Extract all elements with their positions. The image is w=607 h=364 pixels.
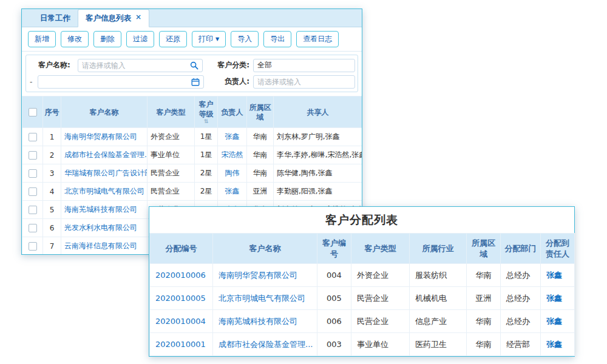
search-icon[interactable] [189,60,200,71]
customer-name-cell: 北京市明城电气有限公司 [61,183,148,201]
customer-name-input[interactable] [78,61,189,70]
customer-type-cell: 事业单位 [351,333,410,356]
allocation-no-cell: 2020010004 [150,310,213,333]
tab-daily-work[interactable]: 日常工作 [33,10,78,27]
toolbar-button-edit[interactable]: 修改 [61,31,89,47]
owner-input[interactable] [254,78,352,86]
calendar-icon[interactable] [190,76,201,87]
customer-type-cell: 外资企业 [148,128,195,146]
industry-cell: 服装纺织 [410,264,467,287]
button-label: 查看日志 [303,34,332,44]
customer-name-link[interactable]: 光发水利水电有限公司 [64,223,137,232]
customer-allocation-panel: 客户分配列表 分配编号 客户名称 客户编号 客户类型 所属行业 所属区域 分配部… [149,206,575,357]
toolbar-button-filter[interactable]: 过滤 [126,31,154,47]
col-customer-name: 客户名称 [213,234,317,264]
dept-cell: 总经办 [501,287,541,310]
customer-table-header-row: 序号 客户名称 客户类型 客户等级 ⇅ 负责人 所属区域 共享人 [22,96,362,128]
customer-name-link[interactable]: 云南海祥信息有限公司 [64,241,137,250]
tab-customer-info-list[interactable]: 客户信息列表 × [78,9,149,27]
col-industry: 所属行业 [410,234,467,264]
customer-name-link[interactable]: 北京市明城电气有限公司 [64,187,144,195]
allocation-table-header-row: 分配编号 客户名称 客户编号 客户类型 所属行业 所属区域 分配部门 分配到责任… [150,234,575,264]
owner-link[interactable]: 张鑫 [225,132,240,141]
col-customer-no: 客户编号 [317,234,351,264]
customer-name-cell: 成都市社会保险基金管理... [61,146,148,164]
customer-name-link[interactable]: 海南明华贸易有限公司 [64,132,137,141]
row-index-cell: 3 [43,164,61,183]
assignee-link[interactable]: 张鑫 [546,340,562,349]
close-icon[interactable]: × [135,13,141,21]
allocation-row: 2020010001成都市社会保险基金管理...003事业单位医药卫生华南经营部… [150,333,575,356]
toolbar-button-import[interactable]: 导入 [231,31,259,47]
customer-name-link[interactable]: 海南芜城科技有限公司 [64,205,137,214]
row-checkbox[interactable] [29,206,37,214]
select-all-checkbox[interactable] [29,108,37,116]
col-shared: 共享人 [274,96,362,128]
toolbar-button-print[interactable]: 打印▼ [192,31,226,47]
owner-link[interactable]: 陶伟 [225,169,240,177]
customer-type-cell: 外资企业 [351,264,410,287]
customer-name-link[interactable]: 成都市社会保险基金管理... [219,340,313,349]
assignee-cell: 张鑫 [541,310,575,333]
toolbar-button-delete[interactable]: 删除 [93,31,121,47]
allocation-no-link[interactable]: 2020010006 [155,271,206,280]
row-checkbox[interactable] [29,224,37,232]
toolbar-button-export[interactable]: 导出 [263,31,291,47]
sort-icon[interactable]: ⇅ [196,119,216,124]
date-range-separator: - [30,78,34,86]
button-label: 导入 [237,34,252,44]
checkbox-cell [22,128,43,146]
allocation-no-link[interactable]: 2020010004 [155,317,206,326]
select-all-cell [22,96,43,128]
customer-name-link[interactable]: 华瑞城有限公司广告设计部 [64,169,148,177]
customer-name-link[interactable]: 成都市社会保险基金管理... [64,150,148,159]
shared-cell: 李华,李婷,柳琳,宋浩然,张鑫 [274,146,362,164]
customer-category-selectbox [253,59,355,72]
customer-level-cell: 1星 [195,128,218,146]
allocation-no-link[interactable]: 2020010001 [155,340,206,349]
button-label: 修改 [67,34,82,44]
customer-category-select[interactable] [254,61,352,70]
assignee-link[interactable]: 张鑫 [546,317,562,326]
customer-name-cell: 海南明华贸易有限公司 [213,264,317,287]
row-checkbox[interactable] [29,187,37,196]
region-cell: 华南 [467,264,501,287]
owner-link[interactable]: 宋浩然 [222,150,243,159]
row-index-cell: 6 [43,219,61,237]
col-allocation-no: 分配编号 [150,234,213,264]
owner-link[interactable]: 张鑫 [225,187,240,195]
col-customer-level[interactable]: 客户等级 ⇅ [195,96,218,128]
allocation-no-link[interactable]: 2020010005 [155,294,206,303]
dept-cell: 经营部 [501,333,541,356]
toolbar-button-restore[interactable]: 还原 [159,31,187,47]
row-checkbox[interactable] [29,242,37,251]
dept-cell: 总经办 [501,310,541,333]
row-index-cell: 4 [43,183,61,201]
date-inputbox [38,75,204,89]
col-customer-level-label: 客户等级 [199,100,214,118]
region-cell: 华南 [247,128,274,146]
customer-row: 4北京市明城电气有限公司民营企业2星张鑫亚洲李勤丽,阳强,张鑫 [22,183,362,201]
checkbox-cell [22,183,43,201]
checkbox-cell [22,146,43,164]
region-cell: 华南 [247,164,274,183]
row-checkbox[interactable] [29,151,37,160]
owner-cell: 张鑫 [218,128,247,146]
owner-cell: 宋浩然 [218,146,247,164]
assignee-link[interactable]: 张鑫 [546,271,562,280]
customer-name-link[interactable]: 海南芜城科技有限公司 [219,317,297,326]
row-checkbox[interactable] [29,133,37,141]
customer-name-link[interactable]: 北京市明城电气有限公司 [219,294,305,303]
tab-bar: 日常工作 客户信息列表 × [22,9,362,27]
checkbox-cell [22,164,43,183]
date-input[interactable] [38,78,190,86]
assignee-link[interactable]: 张鑫 [546,294,562,303]
filter-row-1: 客户名称: 客户分类: [30,57,354,73]
customer-name-cell: 光发水利水电有限公司 [61,219,148,237]
toolbar-button-add[interactable]: 新增 [28,31,56,47]
row-checkbox[interactable] [29,169,37,178]
customer-name-cell: 海南芜城科技有限公司 [213,310,317,333]
customer-name-cell: 华瑞城有限公司广告设计部 [61,164,148,183]
customer-name-link[interactable]: 海南明华贸易有限公司 [219,271,297,280]
toolbar-button-view-log[interactable]: 查看日志 [296,31,339,47]
